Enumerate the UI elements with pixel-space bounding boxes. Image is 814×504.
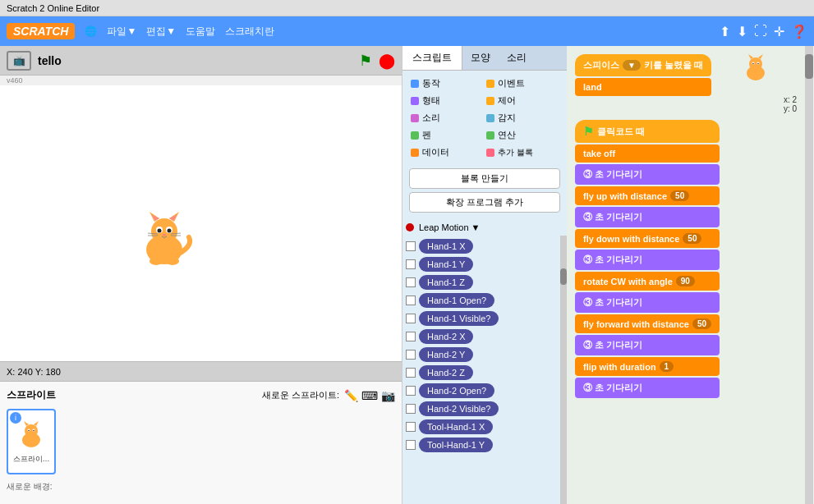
cat-events-label: 이벤트 (498, 77, 525, 89)
add-extension-btn[interactable]: 확장 프로그램 추가 (409, 192, 560, 213)
cat-sound[interactable]: 소리 (407, 110, 481, 126)
block-hand2z[interactable]: Hand-2 Z (419, 365, 473, 380)
block-wait-6[interactable]: ③ 초 기다리기 (575, 378, 720, 398)
block-flyup-label: fly up with distance (583, 191, 667, 201)
green-flag-btn[interactable]: ⚑ (359, 52, 372, 70)
globe-icon[interactable]: 🌐 (85, 25, 97, 37)
checkbox-hand2x[interactable] (406, 332, 416, 341)
rotate-val: 90 (676, 276, 695, 286)
block-hand1z[interactable]: Hand-1 Z (419, 275, 473, 290)
menu-file[interactable]: 파일▼ (107, 25, 136, 39)
checkbox-hand1open[interactable] (406, 296, 416, 305)
stage-footer: X: 240 Y: 180 (0, 361, 402, 381)
stop-btn[interactable]: ⬤ (379, 52, 395, 70)
download-icon[interactable]: ⬇ (737, 24, 747, 39)
cat-more[interactable]: 추가 블록 (483, 144, 557, 160)
hat-block-flag[interactable]: ⚑ 클릭코드 때 (575, 120, 720, 143)
checkbox-hand2z[interactable] (406, 368, 416, 378)
block-wait-1[interactable]: ③ 초 기다리기 (575, 164, 720, 185)
block-hand2y[interactable]: Hand-2 Y (419, 347, 473, 362)
cat-sensing[interactable]: 감지 (483, 110, 557, 126)
menu-edit[interactable]: 편집▼ (146, 25, 176, 39)
block-hand2x[interactable]: Hand-2 X (419, 329, 473, 344)
upload-icon[interactable]: ⬆ (720, 24, 730, 39)
block-row-tool1y: Tool-Hand-1 Y (406, 438, 557, 452)
block-row-hand2vis: Hand-2 Visible? (406, 401, 557, 416)
cat-motion[interactable]: 동작 (407, 76, 481, 91)
menu-scratch[interactable]: 스크래치란 (225, 25, 274, 39)
checkbox-hand1vis[interactable] (406, 314, 416, 323)
checkbox-tool1x[interactable] (406, 422, 416, 432)
cat-sensing-dot (486, 114, 494, 122)
block-hand1x[interactable]: Hand-1 X (419, 239, 473, 254)
block-rotate-label: rotate CW with angle (583, 277, 673, 286)
block-tool1x[interactable]: Tool-Hand-1 X (419, 419, 493, 434)
right-scrollbar-thumb[interactable] (805, 54, 813, 79)
block-buttons: 블록 만들기 확장 프로그램 추가 (402, 165, 567, 216)
checkbox-hand2open[interactable] (406, 386, 416, 396)
checkbox-hand2y[interactable] (406, 350, 416, 360)
checkbox-hand1x[interactable] (406, 241, 416, 251)
category-grid: 동작 이벤트 형태 제어 소리 (402, 71, 567, 165)
svg-point-1 (151, 218, 177, 245)
cat-events-dot (486, 80, 494, 88)
camera-icon[interactable]: 📷 (381, 389, 395, 402)
block-flyup[interactable]: fly up with distance 50 (575, 186, 720, 205)
scroll-track[interactable] (560, 236, 567, 504)
block-takeoff[interactable]: take off (575, 144, 720, 163)
hat-block-space[interactable]: 스피이스 ▼ 키를 눌렸을 때 (575, 54, 711, 76)
cat-data[interactable]: 데이터 (407, 144, 481, 160)
main-layout: 📺 tello ⚑ ⬤ v460 (0, 46, 814, 504)
scratch-logo[interactable]: SCRATCH (7, 23, 75, 39)
sprite-item[interactable]: i 스프라이… (7, 409, 56, 474)
block-hand1open[interactable]: Hand-1 Open? (419, 293, 494, 308)
menu-help[interactable]: 도움말 (186, 25, 215, 39)
cat-events[interactable]: 이벤트 (483, 76, 557, 91)
block-wait-2[interactable]: ③ 초 기다리기 (575, 207, 720, 227)
sprite-panel: 스프라이트 새로운 스프라이트: ✏️ ⌨ 📷 i (0, 381, 402, 504)
block-row-hand2open: Hand-2 Open? (406, 383, 557, 398)
checkbox-tool1y[interactable] (406, 440, 416, 450)
block-wait-4-label: ③ 초 기다리기 (583, 297, 642, 307)
key-dropdown[interactable]: ▼ (623, 60, 641, 71)
cat-pen[interactable]: 펜 (407, 127, 481, 143)
checkbox-hand1z[interactable] (406, 277, 416, 287)
tab-sounds[interactable]: 소리 (499, 46, 535, 70)
cat-operators[interactable]: 연산 (483, 127, 557, 143)
svg-point-24 (22, 433, 40, 447)
cat-control[interactable]: 제어 (483, 93, 557, 108)
checkbox-hand1y[interactable] (406, 259, 416, 269)
block-hand1vis[interactable]: Hand-1 Visible? (419, 311, 499, 326)
leap-motion-section[interactable]: Leap Motion ▼ (402, 219, 567, 236)
svg-point-15 (149, 257, 163, 265)
paint-icon[interactable]: ✏️ (344, 389, 358, 402)
block-tool1y[interactable]: Tool-Hand-1 Y (419, 438, 493, 452)
right-scrollbar[interactable] (805, 46, 813, 504)
block-hand2open[interactable]: Hand-2 Open? (419, 383, 494, 398)
scroll-thumb[interactable] (560, 268, 567, 285)
block-hand2vis[interactable]: Hand-2 Visible? (419, 401, 499, 416)
make-block-btn[interactable]: 블록 만들기 (409, 168, 560, 189)
size-icon[interactable]: ✛ (774, 24, 784, 39)
keyboard-icon[interactable]: ⌨ (361, 389, 378, 402)
version-label: v460 (0, 76, 402, 85)
fullscreen-icon[interactable]: ⛶ (754, 24, 767, 39)
sprite-panel-header: 스프라이트 새로운 스프라이트: ✏️ ⌨ 📷 (7, 388, 395, 402)
checkbox-hand2vis[interactable] (406, 404, 416, 414)
block-flydown[interactable]: fly down with distance 50 (575, 229, 720, 248)
block-flip[interactable]: flip with duration 1 (575, 357, 720, 376)
block-hand1y[interactable]: Hand-1 Y (419, 257, 473, 272)
tab-costumes[interactable]: 모양 (462, 46, 499, 70)
stage-name: tello (38, 54, 352, 67)
block-wait-4[interactable]: ③ 초 기다리기 (575, 292, 720, 313)
block-flyforward[interactable]: fly forward with distance 50 (575, 314, 720, 333)
help-icon[interactable]: ❓ (791, 24, 807, 39)
block-land[interactable]: land (575, 78, 711, 96)
cat-looks[interactable]: 형태 (407, 93, 481, 108)
block-wait-3[interactable]: ③ 초 기다리기 (575, 250, 720, 270)
title-text: Scratch 2 Online Editor (7, 3, 99, 13)
tab-scripts[interactable]: 스크립트 (402, 46, 462, 70)
block-rotate[interactable]: rotate CW with angle 90 (575, 272, 720, 291)
block-wait-5[interactable]: ③ 초 기다리기 (575, 335, 720, 355)
script-canvas[interactable]: x: 2 y: 0 스피이스 ▼ 키를 눌렸을 때 land (567, 46, 813, 504)
